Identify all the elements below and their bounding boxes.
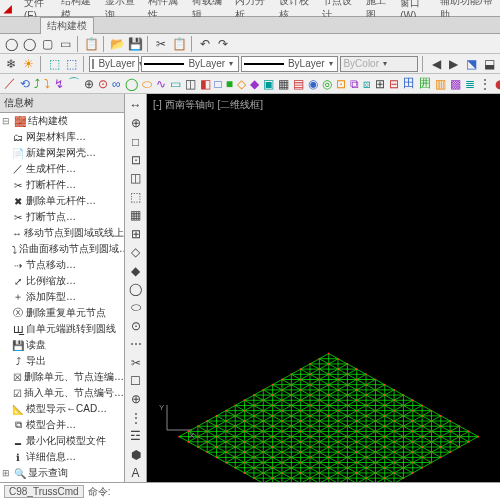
draw-tool-24[interactable]: ⊡ (335, 76, 347, 92)
draw-tool-34[interactable]: ⋮ (478, 76, 492, 92)
std-tool-7[interactable]: 📂 (109, 36, 125, 52)
draw-tool-21[interactable]: ▤ (292, 76, 305, 92)
nav-prev[interactable]: ◀ (428, 56, 444, 72)
layer-tool-4[interactable]: ⬚ (64, 56, 80, 72)
std-tool-10[interactable]: ✂ (153, 36, 169, 52)
std-tool-0[interactable]: ◯ (3, 36, 19, 52)
tree-item[interactable]: 🗂网架材料库… (12, 129, 124, 145)
draw-tool-2[interactable]: ⤴ (33, 76, 41, 92)
layer-tool-3[interactable]: ⬚ (46, 56, 62, 72)
view-top[interactable]: ⬓ (481, 56, 497, 72)
draw-tool-22[interactable]: ◉ (307, 76, 319, 92)
std-tool-2[interactable]: ▢ (39, 36, 55, 52)
vtool-20[interactable]: A (127, 464, 145, 481)
tree-item[interactable]: ✂打断节点… (12, 209, 124, 225)
lineweight-combo[interactable]: ByLayer (241, 56, 339, 72)
tree-item[interactable]: ⤵沿曲面移动节点到圆域…概念 (12, 241, 124, 257)
vtool-7[interactable]: ⊞ (127, 225, 145, 242)
vtool-12[interactable]: ⊙ (127, 317, 145, 334)
tree-item[interactable]: ⤴导出 (12, 353, 124, 369)
draw-tool-8[interactable]: ∞ (111, 76, 122, 92)
tree-item[interactable]: 🧱结构建模 (2, 113, 124, 129)
cmd-tab[interactable]: C98_TrussCmd (4, 485, 84, 498)
draw-tool-15[interactable]: □ (214, 76, 223, 92)
vtool-1[interactable]: ⊕ (127, 114, 145, 131)
draw-tool-18[interactable]: ◆ (249, 76, 260, 92)
layer-tool-2[interactable]: ☀ (21, 56, 37, 72)
draw-tool-3[interactable]: ⤵ (43, 76, 51, 92)
draw-tool-29[interactable]: 田 (402, 76, 416, 92)
command-input[interactable] (114, 486, 496, 497)
draw-tool-16[interactable]: ■ (225, 76, 234, 92)
draw-tool-20[interactable]: ▦ (277, 76, 290, 92)
draw-tool-4[interactable]: ↯ (53, 76, 65, 92)
vtool-0[interactable]: ↔ (127, 96, 145, 113)
view-iso[interactable]: ⬔ (464, 56, 480, 72)
color-combo[interactable]: ByLayer (89, 56, 139, 72)
draw-tool-10[interactable]: ⬭ (141, 76, 153, 92)
tab-structural-model[interactable]: 结构建模 (40, 17, 94, 34)
vtool-3[interactable]: ⊡ (127, 151, 145, 168)
draw-tool-26[interactable]: ⧇ (362, 76, 372, 92)
tree-item[interactable]: ✂打断杆件… (12, 177, 124, 193)
vtool-13[interactable]: ⋯ (127, 335, 145, 352)
model-tree[interactable]: 🧱结构建模🗂网架材料库…📄新建网架网壳…／生成杆件…✂打断杆件…✖删除单元杆件…… (0, 113, 124, 482)
layer-tool-1[interactable]: ❄ (3, 56, 19, 72)
draw-tool-6[interactable]: ⊕ (83, 76, 95, 92)
draw-tool-7[interactable]: ⊙ (97, 76, 109, 92)
tree-item[interactable]: 🔍显示查询 (2, 465, 124, 481)
tree-item[interactable]: Ш̲自单元端跳转到圆线 (12, 321, 124, 337)
draw-tool-30[interactable]: 囲 (418, 76, 432, 92)
draw-tool-17[interactable]: ◇ (236, 76, 247, 92)
tree-item[interactable]: 💾读盘 (12, 337, 124, 353)
tree-item[interactable]: ⧉模型合并… (12, 417, 124, 433)
vtool-2[interactable]: □ (127, 133, 145, 150)
vtool-5[interactable]: ⬚ (127, 188, 145, 205)
draw-tool-14[interactable]: ◧ (199, 76, 212, 92)
vtool-18[interactable]: ☲ (127, 428, 145, 445)
std-tool-3[interactable]: ▭ (57, 36, 73, 52)
std-tool-8[interactable]: 💾 (127, 36, 143, 52)
tree-item[interactable]: ⓧ删除重复单元节点 (12, 305, 124, 321)
tree-item[interactable]: ☒删除单元、节点连编… (12, 369, 124, 385)
vtool-15[interactable]: ☐ (127, 372, 145, 389)
viewport[interactable]: [-] 西南等轴向 [二维线框] X Y (147, 94, 500, 482)
vtool-8[interactable]: ◇ (127, 243, 145, 260)
tree-item[interactable]: ↔移动节点到圆域或线上 (12, 225, 124, 241)
draw-tool-1[interactable]: ⟲ (19, 76, 31, 92)
tree-item[interactable]: ✖删除单元杆件… (12, 193, 124, 209)
draw-tool-31[interactable]: ▥ (434, 76, 447, 92)
tree-item[interactable]: ＋添加阵型… (12, 289, 124, 305)
draw-tool-5[interactable]: ⌒ (67, 76, 81, 92)
draw-tool-32[interactable]: ▩ (449, 76, 462, 92)
draw-tool-13[interactable]: ◫ (184, 76, 197, 92)
vtool-19[interactable]: ⬢ (127, 446, 145, 463)
draw-tool-25[interactable]: ⧉ (349, 76, 360, 92)
vtool-10[interactable]: ◯ (127, 280, 145, 297)
draw-tool-0[interactable]: ／ (3, 76, 17, 92)
tree-item[interactable]: ⤢比例缩放… (12, 273, 124, 289)
vtool-9[interactable]: ◆ (127, 262, 145, 279)
vtool-11[interactable]: ⬭ (127, 299, 145, 316)
tree-item[interactable]: ／生成杆件… (12, 161, 124, 177)
draw-tool-12[interactable]: ▭ (169, 76, 182, 92)
tree-item[interactable]: ☑插入单元、节点编号… (12, 385, 124, 401)
std-tool-1[interactable]: ◯ (21, 36, 37, 52)
vtool-6[interactable]: ▦ (127, 207, 145, 224)
tree-item[interactable]: ℹ详细信息… (12, 449, 124, 465)
draw-tool-35[interactable]: ◐ (494, 76, 500, 92)
std-tool-13[interactable]: ↶ (197, 36, 213, 52)
std-tool-14[interactable]: ↷ (215, 36, 231, 52)
draw-tool-11[interactable]: ∿ (155, 76, 167, 92)
draw-tool-9[interactable]: ◯ (124, 76, 139, 92)
std-tool-11[interactable]: 📋 (171, 36, 187, 52)
draw-tool-28[interactable]: ⊟ (388, 76, 400, 92)
std-tool-5[interactable]: 📋 (83, 36, 99, 52)
nav-next[interactable]: ▶ (446, 56, 462, 72)
plot-style-combo[interactable]: ByColor (340, 56, 418, 72)
tree-item[interactable]: 📄新建网架网壳… (12, 145, 124, 161)
linetype-combo[interactable]: ByLayer (141, 56, 239, 72)
tree-item[interactable]: 📐模型导示←CAD… (12, 401, 124, 417)
draw-tool-27[interactable]: ⊞ (374, 76, 386, 92)
vtool-16[interactable]: ⊕ (127, 391, 145, 408)
